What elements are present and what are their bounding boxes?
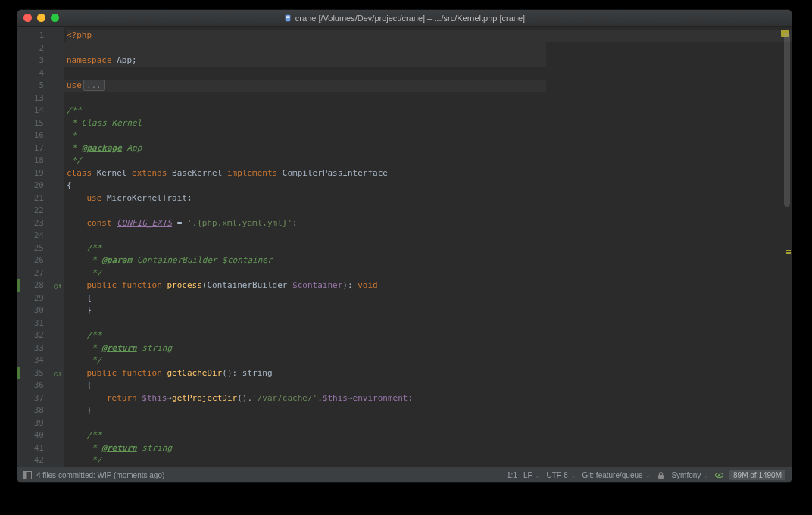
line-number[interactable]: 31: [17, 317, 52, 330]
tool-window-icon[interactable]: [23, 471, 32, 479]
line-number[interactable]: 5: [17, 80, 52, 92]
line-number[interactable]: 36: [17, 379, 52, 392]
line-separator[interactable]: LF ⌄: [523, 471, 540, 479]
line-number[interactable]: 4: [17, 67, 52, 80]
git-branch[interactable]: Git: feature/queue ⌄: [582, 471, 651, 479]
line-number[interactable]: 24: [17, 229, 52, 242]
code-line[interactable]: public function process(ContainerBuilder…: [67, 279, 792, 292]
override-marker-icon[interactable]: ○↑: [52, 367, 64, 380]
code-line[interactable]: {: [67, 379, 792, 392]
line-number[interactable]: 26: [17, 254, 52, 267]
line-number[interactable]: 21: [17, 192, 52, 205]
scroll-thumb[interactable]: [784, 33, 790, 207]
memory-indicator[interactable]: 89M of 1490M: [729, 470, 785, 480]
line-number[interactable]: 37: [17, 392, 52, 405]
warning-mark[interactable]: [786, 250, 791, 251]
line-number[interactable]: 42: [17, 454, 52, 467]
code-line[interactable]: /**: [67, 329, 792, 342]
code-line[interactable]: [67, 92, 792, 105]
code-line[interactable]: [67, 204, 792, 217]
code-line[interactable]: use MicroKernelTrait;: [67, 192, 792, 205]
code-line[interactable]: public function getCacheDir(): string: [67, 367, 792, 380]
svg-point-7: [718, 474, 720, 476]
svg-rect-5: [658, 475, 664, 479]
svg-rect-2: [286, 17, 289, 18]
code-line[interactable]: */: [67, 354, 792, 367]
scrollbar[interactable]: [782, 27, 792, 467]
minimize-icon[interactable]: [37, 14, 45, 22]
line-number[interactable]: 18: [17, 154, 52, 167]
caret-position[interactable]: 1:1: [507, 471, 517, 479]
code-line[interactable]: * @package App: [67, 142, 792, 155]
line-number[interactable]: 13: [17, 92, 52, 105]
code-line[interactable]: }: [67, 304, 792, 317]
code-line[interactable]: [67, 417, 792, 430]
line-number[interactable]: 41: [17, 442, 52, 455]
code-line[interactable]: <?php: [67, 30, 792, 42]
line-number[interactable]: 22: [17, 204, 52, 217]
code-line[interactable]: {: [67, 179, 792, 192]
editor-split[interactable]: [548, 27, 548, 467]
file-icon: [284, 14, 292, 22]
line-number[interactable]: 27: [17, 267, 52, 280]
code-line[interactable]: *: [67, 130, 792, 142]
code-line[interactable]: /**: [67, 242, 792, 255]
code-line[interactable]: [67, 229, 792, 242]
line-number[interactable]: 30: [17, 304, 52, 317]
code-line[interactable]: const CONFIG_EXTS = '.{php,xml,yaml,yml}…: [67, 217, 792, 230]
code-line[interactable]: {: [67, 292, 792, 305]
line-number[interactable]: 39: [17, 417, 52, 430]
code-line[interactable]: * @return string: [67, 342, 792, 355]
line-number[interactable]: 2: [17, 42, 52, 55]
code-line[interactable]: [67, 317, 792, 330]
titlebar[interactable]: crane [/Volumes/Dev/project/crane] – ...…: [17, 10, 792, 27]
code-line[interactable]: return $this→getProjectDir().'/var/cache…: [67, 392, 792, 405]
vcs-commit-status[interactable]: 4 files committed: WIP (moments ago): [36, 471, 164, 479]
warning-mark[interactable]: [786, 252, 791, 254]
maximize-icon[interactable]: [51, 14, 59, 22]
file-encoding[interactable]: UTF-8 ⌄: [546, 471, 576, 479]
code-line[interactable]: */: [67, 454, 792, 467]
line-number[interactable]: 19: [17, 167, 52, 180]
line-number[interactable]: 15: [17, 117, 52, 130]
inspection-eye-icon[interactable]: [715, 471, 723, 479]
line-number[interactable]: 38: [17, 404, 52, 417]
svg-rect-0: [286, 14, 291, 20]
override-marker-icon[interactable]: ○↑: [52, 279, 64, 292]
ide-window: crane [/Volumes/Dev/project/crane] – ...…: [17, 9, 792, 483]
window-controls: [23, 14, 59, 22]
line-number[interactable]: 32: [17, 329, 52, 342]
code-line[interactable]: * Class Kernel: [67, 117, 792, 130]
line-number[interactable]: 16: [17, 130, 52, 142]
line-number[interactable]: 25: [17, 242, 52, 255]
code-area[interactable]: <?php namespace App; use... /** * Class …: [64, 27, 792, 467]
close-icon[interactable]: [23, 14, 32, 22]
editor[interactable]: 1 2 3 4 5 13 14 15 16 17 18 19 20 21 22 …: [17, 27, 792, 467]
line-number[interactable]: 40: [17, 429, 52, 442]
line-number[interactable]: 3: [17, 55, 52, 67]
code-line[interactable]: * @return string: [67, 442, 792, 455]
line-number[interactable]: 35: [17, 367, 52, 380]
framework-indicator[interactable]: Symfony ⌄: [671, 471, 709, 479]
line-number[interactable]: 33: [17, 342, 52, 355]
marker-gutter[interactable]: ○↑ ○↑: [52, 27, 64, 467]
code-line[interactable]: [67, 67, 792, 80]
code-line[interactable]: }: [67, 404, 792, 417]
line-number[interactable]: 28: [17, 279, 52, 292]
line-number[interactable]: 14: [17, 105, 52, 117]
code-line[interactable]: /**: [67, 105, 792, 117]
line-number[interactable]: 1: [17, 30, 52, 42]
line-number[interactable]: 17: [17, 142, 52, 155]
line-number-gutter[interactable]: 1 2 3 4 5 13 14 15 16 17 18 19 20 21 22 …: [17, 27, 52, 467]
code-line[interactable]: */: [67, 267, 792, 280]
code-line[interactable]: /**: [67, 429, 792, 442]
line-number[interactable]: 29: [17, 292, 52, 305]
lock-icon[interactable]: [657, 471, 665, 479]
line-number[interactable]: 34: [17, 354, 52, 367]
line-number[interactable]: 23: [17, 217, 52, 230]
fold-placeholder[interactable]: ...: [83, 80, 105, 91]
code-line[interactable]: class Kernel extends BaseKernel implemen…: [67, 167, 792, 180]
code-line[interactable]: */: [67, 154, 792, 167]
line-number[interactable]: 20: [17, 179, 52, 192]
code-line[interactable]: * @param ContainerBuilder $container: [67, 254, 792, 267]
